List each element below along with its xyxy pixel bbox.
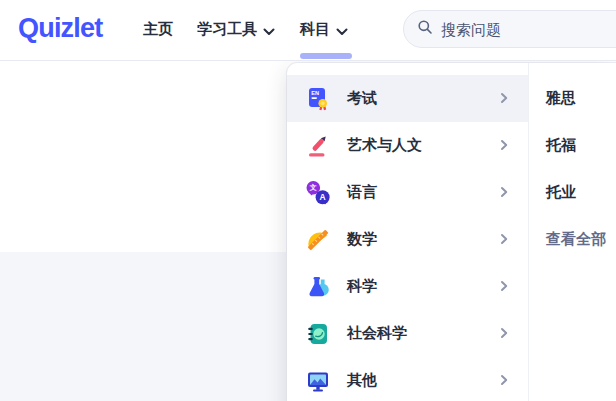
menu-item-math[interactable]: 数学 [287, 216, 528, 263]
nav-home-label: 主页 [143, 20, 173, 39]
menu-item-science[interactable]: 科学 [287, 263, 528, 310]
menu-item-label: 社会科学 [347, 324, 498, 343]
menu-item-label: 语言 [347, 183, 498, 202]
menu-item-label: 其他 [347, 371, 498, 390]
math-icon [305, 227, 331, 253]
top-navbar: Quizlet 主页 学习工具 科目 [0, 0, 616, 61]
chevron-right-icon [498, 325, 510, 343]
subjects-dropdown: EN 考试 [287, 63, 616, 401]
menu-item-exams[interactable]: EN 考试 [287, 75, 528, 122]
search-bar[interactable] [403, 10, 616, 48]
menu-item-languages[interactable]: 文 A 语言 [287, 169, 528, 216]
quizlet-logo[interactable]: Quizlet [18, 13, 102, 44]
science-icon [305, 274, 331, 300]
menu-item-label: 艺术与人文 [347, 136, 498, 155]
page: Quizlet 主页 学习工具 科目 [0, 0, 616, 401]
social-science-icon [305, 321, 331, 347]
nav-tools-label: 学习工具 [197, 20, 257, 39]
menu-item-other[interactable]: 其他 [287, 357, 528, 401]
menu-item-label: 数学 [347, 230, 498, 249]
exams-submenu-column: 雅思 托福 托业 查看全部 [528, 63, 616, 401]
submenu-item-toefl[interactable]: 托福 [529, 122, 616, 169]
chevron-right-icon [498, 231, 510, 249]
arts-humanities-icon [305, 133, 331, 159]
languages-icon: 文 A [305, 180, 331, 206]
menu-item-arts-humanities[interactable]: 艺术与人文 [287, 122, 528, 169]
nav-item-study-tools[interactable]: 学习工具 [197, 20, 275, 39]
nav-item-home[interactable]: 主页 [143, 20, 173, 39]
submenu-item-toeic[interactable]: 托业 [529, 169, 616, 216]
active-nav-indicator [300, 53, 352, 59]
menu-item-label: 科学 [347, 277, 498, 296]
exam-icon: EN [305, 86, 331, 112]
nav-subjects-label: 科目 [300, 20, 330, 39]
search-icon [417, 19, 433, 39]
menu-item-social-science[interactable]: 社会科学 [287, 310, 528, 357]
menu-item-label: 考试 [347, 89, 498, 108]
subjects-menu-column: EN 考试 [287, 63, 528, 401]
chevron-right-icon [498, 372, 510, 390]
chevron-down-icon [263, 22, 275, 39]
chevron-right-icon [498, 184, 510, 202]
search-input[interactable] [441, 21, 601, 38]
chevron-right-icon [498, 90, 510, 108]
submenu-item-view-all[interactable]: 查看全部 [529, 216, 616, 263]
chevron-right-icon [498, 137, 510, 155]
svg-text:文: 文 [309, 183, 317, 192]
submenu-item-ielts[interactable]: 雅思 [529, 75, 616, 122]
nav-item-subjects[interactable]: 科目 [300, 20, 348, 39]
other-icon [305, 368, 331, 394]
svg-text:EN: EN [311, 90, 319, 96]
chevron-right-icon [498, 278, 510, 296]
chevron-down-icon [336, 22, 348, 39]
svg-text:A: A [320, 192, 326, 202]
